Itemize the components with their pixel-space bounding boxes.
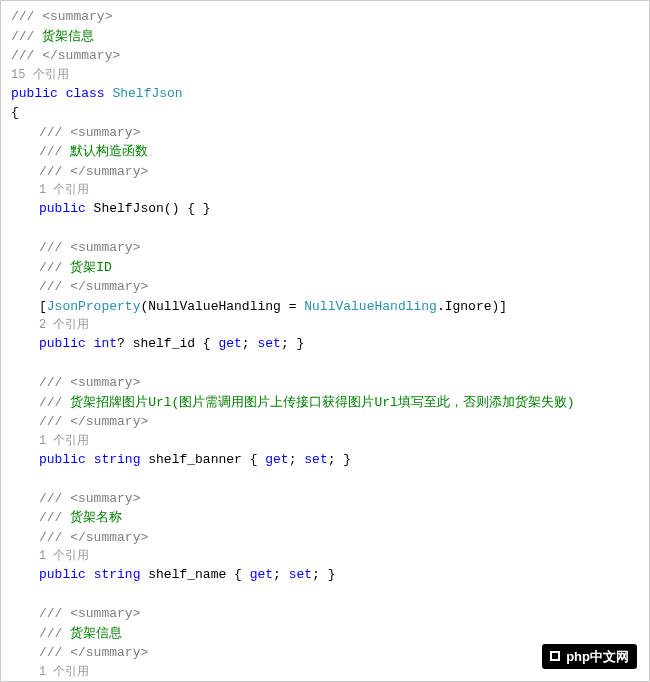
xml-doc-line: /// 货架招牌图片Url(图片需调用图片上传接口获得图片Url填写至此，否则添… bbox=[11, 393, 639, 413]
xml-doc-line: /// </summary> bbox=[11, 46, 639, 66]
attribute-line: [JsonProperty(NullValueHandling = NullVa… bbox=[11, 297, 639, 317]
xml-doc-line: /// <summary> bbox=[11, 604, 639, 624]
xml-doc-line: /// 货架信息 bbox=[11, 27, 639, 47]
codelens-references[interactable]: 2 个引用 bbox=[11, 316, 639, 334]
codelens-references[interactable]: 15 个引用 bbox=[11, 66, 639, 84]
xml-doc-line: /// <summary> bbox=[11, 238, 639, 258]
xml-doc-line: /// <summary> bbox=[11, 489, 639, 509]
ctor-declaration: public ShelfJson() { } bbox=[11, 199, 639, 219]
xml-doc-line: /// <summary> bbox=[11, 7, 639, 27]
xml-doc-line: /// </summary> bbox=[11, 277, 639, 297]
xml-doc-line: /// </summary> bbox=[11, 412, 639, 432]
xml-doc-line: /// 默认构造函数 bbox=[11, 142, 639, 162]
codelens-references[interactable]: 1 个引用 bbox=[11, 432, 639, 450]
property-declaration: public int? shelf_id { get; set; } bbox=[11, 334, 639, 354]
brace: { bbox=[11, 103, 639, 123]
xml-doc-line: /// 货架信息 bbox=[11, 624, 639, 644]
watermark-badge: php中文网 bbox=[542, 644, 637, 670]
xml-doc-line: /// </summary> bbox=[11, 162, 639, 182]
watermark-text: php中文网 bbox=[566, 647, 629, 667]
xml-doc-line: /// 货架名称 bbox=[11, 508, 639, 528]
xml-doc-line: /// <summary> bbox=[11, 373, 639, 393]
xml-doc-line: /// 货架ID bbox=[11, 258, 639, 278]
property-declaration: public string shelf_banner { get; set; } bbox=[11, 450, 639, 470]
property-declaration: public string shelf_name { get; set; } bbox=[11, 565, 639, 585]
codelens-references[interactable]: 1 个引用 bbox=[11, 181, 639, 199]
class-declaration: public class ShelfJson bbox=[11, 84, 639, 104]
xml-doc-line: /// <summary> bbox=[11, 123, 639, 143]
codelens-references[interactable]: 1 个引用 bbox=[11, 547, 639, 565]
php-logo-icon bbox=[550, 651, 560, 661]
code-editor[interactable]: /// <summary> /// 货架信息 /// </summary> 15… bbox=[11, 7, 639, 682]
xml-doc-line: /// </summary> bbox=[11, 528, 639, 548]
